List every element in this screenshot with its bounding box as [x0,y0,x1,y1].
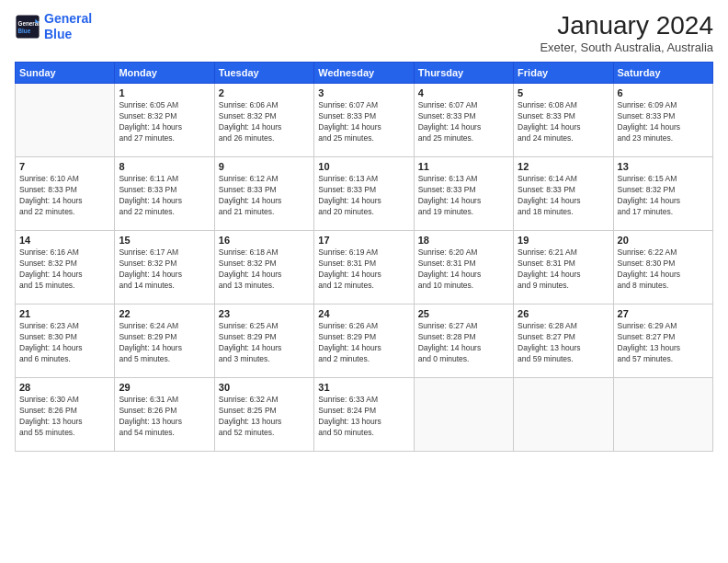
day-number: 23 [219,308,310,319]
col-thursday: Thursday [414,63,513,84]
day-info: Sunrise: 6:21 AM Sunset: 8:31 PM Dayligh… [518,247,609,292]
calendar-week-row: 21Sunrise: 6:23 AM Sunset: 8:30 PM Dayli… [16,304,713,378]
table-row: 16Sunrise: 6:18 AM Sunset: 8:32 PM Dayli… [214,231,313,304]
table-row: 3Sunrise: 6:07 AM Sunset: 8:33 PM Daylig… [314,84,414,157]
day-info: Sunrise: 6:33 AM Sunset: 8:24 PM Dayligh… [318,395,409,439]
day-number: 2 [219,87,310,98]
day-number: 30 [219,382,310,393]
day-info: Sunrise: 6:08 AM Sunset: 8:33 PM Dayligh… [518,100,609,144]
logo-icon: General Blue [15,14,40,40]
day-number: 28 [19,382,110,393]
day-number: 6 [618,87,709,98]
table-row: 4Sunrise: 6:07 AM Sunset: 8:33 PM Daylig… [414,84,513,157]
table-row: 18Sunrise: 6:20 AM Sunset: 8:31 PM Dayli… [414,231,513,304]
day-info: Sunrise: 6:32 AM Sunset: 8:25 PM Dayligh… [219,395,310,439]
day-info: Sunrise: 6:16 AM Sunset: 8:32 PM Dayligh… [19,247,110,292]
subtitle: Exeter, South Australia, Australia [540,40,713,54]
svg-rect-0 [16,15,39,38]
col-monday: Monday [115,63,214,84]
table-row: 17Sunrise: 6:19 AM Sunset: 8:31 PM Dayli… [314,231,414,304]
day-number: 10 [318,161,409,172]
day-info: Sunrise: 6:28 AM Sunset: 8:27 PM Dayligh… [518,321,609,365]
day-info: Sunrise: 6:06 AM Sunset: 8:32 PM Dayligh… [219,100,310,144]
day-info: Sunrise: 6:07 AM Sunset: 8:33 PM Dayligh… [318,100,409,144]
table-row: 15Sunrise: 6:17 AM Sunset: 8:32 PM Dayli… [115,231,214,304]
day-number: 17 [318,235,409,246]
table-row: 12Sunrise: 6:14 AM Sunset: 8:33 PM Dayli… [514,157,613,231]
day-number: 31 [318,382,409,393]
calendar-week-row: 14Sunrise: 6:16 AM Sunset: 8:32 PM Dayli… [16,231,713,304]
day-number: 14 [19,235,110,246]
table-row: 5Sunrise: 6:08 AM Sunset: 8:33 PM Daylig… [514,84,613,157]
day-info: Sunrise: 6:10 AM Sunset: 8:33 PM Dayligh… [19,174,110,218]
day-number: 11 [418,161,509,172]
table-row: 24Sunrise: 6:26 AM Sunset: 8:29 PM Dayli… [314,304,414,378]
calendar-header-row: Sunday Monday Tuesday Wednesday Thursday… [16,63,713,84]
table-row: 13Sunrise: 6:15 AM Sunset: 8:32 PM Dayli… [613,157,712,231]
calendar-week-row: 28Sunrise: 6:30 AM Sunset: 8:26 PM Dayli… [16,378,713,452]
day-number: 22 [119,308,210,319]
table-row: 7Sunrise: 6:10 AM Sunset: 8:33 PM Daylig… [16,157,115,231]
day-number: 27 [618,308,709,319]
table-row: 14Sunrise: 6:16 AM Sunset: 8:32 PM Dayli… [16,231,115,304]
table-row: 23Sunrise: 6:25 AM Sunset: 8:29 PM Dayli… [214,304,313,378]
table-row: 21Sunrise: 6:23 AM Sunset: 8:30 PM Dayli… [16,304,115,378]
day-info: Sunrise: 6:13 AM Sunset: 8:33 PM Dayligh… [418,174,509,218]
day-number: 16 [219,235,310,246]
day-info: Sunrise: 6:15 AM Sunset: 8:32 PM Dayligh… [618,174,709,218]
day-number: 5 [518,87,609,98]
title-area: January 2024 Exeter, South Australia, Au… [540,11,713,54]
col-friday: Friday [514,63,613,84]
logo-text: General Blue [44,11,92,42]
table-row: 30Sunrise: 6:32 AM Sunset: 8:25 PM Dayli… [214,378,313,452]
day-number: 7 [19,161,110,172]
day-info: Sunrise: 6:19 AM Sunset: 8:31 PM Dayligh… [318,247,409,292]
day-info: Sunrise: 6:20 AM Sunset: 8:31 PM Dayligh… [418,247,509,292]
table-row: 1Sunrise: 6:05 AM Sunset: 8:32 PM Daylig… [115,84,214,157]
day-info: Sunrise: 6:14 AM Sunset: 8:33 PM Dayligh… [518,174,609,218]
col-sunday: Sunday [16,63,115,84]
day-info: Sunrise: 6:12 AM Sunset: 8:33 PM Dayligh… [219,174,310,218]
logo-line1: General [44,11,92,26]
day-info: Sunrise: 6:22 AM Sunset: 8:30 PM Dayligh… [618,247,709,292]
table-row: 27Sunrise: 6:29 AM Sunset: 8:27 PM Dayli… [613,304,712,378]
calendar-week-row: 7Sunrise: 6:10 AM Sunset: 8:33 PM Daylig… [16,157,713,231]
day-number: 21 [19,308,110,319]
table-row [414,378,513,452]
table-row: 29Sunrise: 6:31 AM Sunset: 8:26 PM Dayli… [115,378,214,452]
day-info: Sunrise: 6:07 AM Sunset: 8:33 PM Dayligh… [418,100,509,144]
day-info: Sunrise: 6:25 AM Sunset: 8:29 PM Dayligh… [219,321,310,365]
table-row: 26Sunrise: 6:28 AM Sunset: 8:27 PM Dayli… [514,304,613,378]
calendar-week-row: 1Sunrise: 6:05 AM Sunset: 8:32 PM Daylig… [16,84,713,157]
day-info: Sunrise: 6:17 AM Sunset: 8:32 PM Dayligh… [119,247,210,292]
table-row [16,84,115,157]
table-row: 2Sunrise: 6:06 AM Sunset: 8:32 PM Daylig… [214,84,313,157]
table-row: 9Sunrise: 6:12 AM Sunset: 8:33 PM Daylig… [214,157,313,231]
day-number: 8 [119,161,210,172]
day-number: 18 [418,235,509,246]
day-number: 29 [119,382,210,393]
header: General Blue General Blue January 2024 E… [15,11,713,54]
table-row: 28Sunrise: 6:30 AM Sunset: 8:26 PM Dayli… [16,378,115,452]
table-row [514,378,613,452]
table-row: 10Sunrise: 6:13 AM Sunset: 8:33 PM Dayli… [314,157,414,231]
day-info: Sunrise: 6:26 AM Sunset: 8:29 PM Dayligh… [318,321,409,365]
svg-text:Blue: Blue [18,28,31,34]
day-number: 20 [618,235,709,246]
day-info: Sunrise: 6:24 AM Sunset: 8:29 PM Dayligh… [119,321,210,365]
day-number: 4 [418,87,509,98]
day-info: Sunrise: 6:13 AM Sunset: 8:33 PM Dayligh… [318,174,409,218]
day-number: 3 [318,87,409,98]
day-number: 24 [318,308,409,319]
day-info: Sunrise: 6:31 AM Sunset: 8:26 PM Dayligh… [119,395,210,439]
table-row: 19Sunrise: 6:21 AM Sunset: 8:31 PM Dayli… [514,231,613,304]
day-number: 26 [518,308,609,319]
day-number: 13 [618,161,709,172]
day-info: Sunrise: 6:09 AM Sunset: 8:33 PM Dayligh… [618,100,709,144]
table-row: 22Sunrise: 6:24 AM Sunset: 8:29 PM Dayli… [115,304,214,378]
day-number: 12 [518,161,609,172]
day-number: 1 [119,87,210,98]
day-number: 25 [418,308,509,319]
day-number: 15 [119,235,210,246]
table-row: 31Sunrise: 6:33 AM Sunset: 8:24 PM Dayli… [314,378,414,452]
